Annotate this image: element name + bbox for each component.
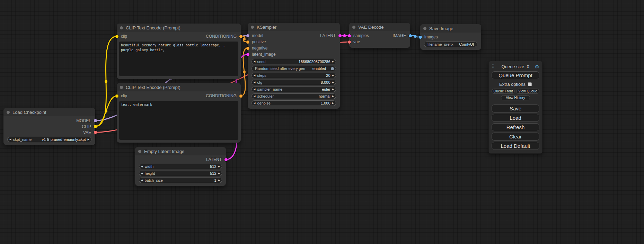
- node-title-bar[interactable]: VAE Decode: [349, 23, 410, 31]
- decrement-arrow-icon[interactable]: ◀: [139, 171, 144, 176]
- increment-arrow-icon[interactable]: ▶: [330, 59, 336, 64]
- decrement-arrow-icon[interactable]: ◀: [252, 73, 257, 78]
- widget-random-seed-toggle[interactable]: Random seed after every gen enabled: [252, 66, 336, 71]
- load-button[interactable]: Load: [492, 114, 539, 122]
- widget-scheduler[interactable]: ◀ scheduler normal ▶: [252, 93, 336, 99]
- input-port-samples[interactable]: [348, 34, 351, 37]
- decrement-arrow-icon[interactable]: ◀: [252, 94, 257, 99]
- view-history-button[interactable]: View History: [501, 95, 530, 100]
- collapse-dot-icon[interactable]: [352, 26, 355, 29]
- widget-seed[interactable]: ◀ seed 156680208700286 ▶: [252, 59, 336, 64]
- menu-header: ⠿ Queue size: 0 ⚙: [492, 63, 539, 70]
- collapse-dot-icon[interactable]: [120, 86, 123, 89]
- increment-arrow-icon[interactable]: ▶: [330, 101, 336, 106]
- decrement-arrow-icon[interactable]: ◀: [252, 101, 257, 106]
- output-label: LATENT: [320, 33, 336, 38]
- node-title-bar[interactable]: Save Image: [420, 24, 481, 33]
- node-title-bar[interactable]: CLIP Text Encode (Prompt): [117, 24, 241, 32]
- widget-label: steps: [257, 73, 266, 78]
- input-port-latent-image[interactable]: [246, 53, 249, 56]
- node-empty-latent-image[interactable]: Empty Latent Image LATENT ◀ width 512 ▶ …: [135, 147, 226, 186]
- input-port-clip[interactable]: [115, 35, 118, 38]
- widget-sampler-name[interactable]: ◀ sampler_name euler ▶: [252, 87, 336, 92]
- node-vae-decode[interactable]: VAE Decode samples IMAGE vae: [349, 23, 410, 48]
- node-title-bar[interactable]: KSampler: [248, 23, 340, 31]
- increment-arrow-icon[interactable]: ▶: [330, 73, 336, 78]
- widget-filename-prefix[interactable]: filename_prefix ComfyUI: [424, 42, 477, 47]
- output-port-vae[interactable]: [94, 131, 97, 134]
- decrement-arrow-icon[interactable]: ◀: [252, 59, 257, 64]
- node-title-bar[interactable]: CLIP Text Encode (Prompt): [117, 83, 241, 91]
- widget-value: 1.000: [321, 101, 330, 105]
- input-label: negative: [252, 46, 267, 51]
- input-port-negative[interactable]: [246, 47, 249, 50]
- increment-arrow-icon[interactable]: ▶: [217, 164, 222, 169]
- increment-arrow-icon[interactable]: ▶: [217, 171, 222, 176]
- node-clip-text-encode-negative[interactable]: CLIP Text Encode (Prompt) clip CONDITION…: [117, 83, 241, 143]
- increment-arrow-icon[interactable]: ▶: [330, 80, 336, 85]
- node-title-bar[interactable]: Empty Latent Image: [135, 147, 226, 155]
- widget-ckpt-name[interactable]: ◀ ckpt_name v1-5-pruned-emaonly.ckpt ▶: [7, 137, 91, 142]
- prompt-textarea[interactable]: text, watermark: [119, 101, 238, 140]
- output-port-latent[interactable]: [224, 158, 228, 161]
- collapse-dot-icon[interactable]: [251, 26, 254, 29]
- output-port-conditioning[interactable]: [239, 35, 242, 38]
- input-port-vae[interactable]: [348, 40, 351, 44]
- load-default-button[interactable]: Load Default: [492, 142, 539, 150]
- widget-cfg[interactable]: ◀ cfg 8.000 ▶: [252, 80, 336, 85]
- decrement-arrow-icon[interactable]: ◀: [139, 178, 144, 183]
- widget-height[interactable]: ◀ height 512 ▶: [139, 171, 222, 176]
- input-port-positive[interactable]: [246, 40, 249, 44]
- widget-width[interactable]: ◀ width 512 ▶: [139, 164, 222, 169]
- output-port-image[interactable]: [409, 34, 412, 37]
- prompt-textarea[interactable]: beautiful scenery nature glass bottle la…: [119, 42, 238, 76]
- toggle-dot-icon[interactable]: [331, 67, 334, 70]
- decrement-arrow-icon[interactable]: ◀: [139, 164, 144, 169]
- widget-steps[interactable]: ◀ steps 20 ▶: [252, 73, 336, 78]
- node-ksampler[interactable]: KSampler model LATENT positive negative …: [248, 23, 340, 109]
- input-port-model[interactable]: [246, 34, 249, 37]
- queue-front-button[interactable]: Queue Front: [492, 89, 515, 94]
- view-queue-button[interactable]: View Queue: [516, 89, 539, 94]
- increment-arrow-icon[interactable]: ▶: [86, 137, 91, 142]
- increment-arrow-icon[interactable]: ▶: [330, 94, 336, 99]
- node-clip-text-encode-positive[interactable]: CLIP Text Encode (Prompt) clip CONDITION…: [117, 24, 241, 79]
- node-load-checkpoint[interactable]: Load Checkpoint MODEL CLIP VAE ◀ ckpt_na…: [3, 108, 95, 145]
- input-port-clip[interactable]: [115, 94, 118, 98]
- clear-button[interactable]: Clear: [492, 133, 539, 141]
- output-port-conditioning[interactable]: [239, 94, 242, 98]
- settings-gear-icon[interactable]: ⚙: [535, 64, 539, 69]
- refresh-button[interactable]: Refresh: [492, 123, 539, 131]
- node-title-bar[interactable]: Load Checkpoint: [3, 108, 95, 116]
- node-title: Save Image: [429, 26, 453, 31]
- collapse-dot-icon[interactable]: [423, 27, 426, 30]
- decrement-arrow-icon[interactable]: ◀: [8, 137, 13, 142]
- increment-arrow-icon[interactable]: ▶: [217, 178, 222, 183]
- widget-value: normal: [319, 94, 330, 98]
- queue-prompt-button[interactable]: Queue Prompt: [492, 71, 539, 79]
- output-port-latent[interactable]: [338, 34, 342, 37]
- node-title: Load Checkpoint: [12, 110, 46, 115]
- output-port-clip[interactable]: [94, 125, 97, 128]
- save-button[interactable]: Save: [492, 105, 539, 112]
- output-port-model[interactable]: [94, 119, 97, 122]
- decrement-arrow-icon[interactable]: ◀: [252, 80, 257, 85]
- comfy-menu-panel: ⠿ Queue size: 0 ⚙ Queue Prompt Extra opt…: [488, 61, 542, 154]
- decrement-arrow-icon[interactable]: ◀: [252, 87, 257, 92]
- increment-arrow-icon[interactable]: ▶: [330, 87, 336, 92]
- extra-options-checkbox[interactable]: [528, 82, 532, 86]
- collapse-dot-icon[interactable]: [120, 26, 123, 29]
- widget-value: enabled: [312, 66, 326, 71]
- history-row: View History: [492, 95, 539, 100]
- widget-denoise[interactable]: ◀ denoise 1.000 ▶: [252, 100, 336, 106]
- input-port-images[interactable]: [419, 36, 422, 39]
- collapse-dot-icon[interactable]: [138, 150, 141, 153]
- drag-handle-icon[interactable]: ⠿: [492, 64, 495, 69]
- node-save-image[interactable]: Save Image images filename_prefix ComfyU…: [420, 24, 481, 50]
- node-graph-canvas[interactable]: Load Checkpoint MODEL CLIP VAE ◀ ckpt_na…: [0, 0, 644, 244]
- node-title: CLIP Text Encode (Prompt): [126, 85, 180, 90]
- slot-list: images: [420, 33, 481, 40]
- widget-batch-size[interactable]: ◀ batch_size 1 ▶: [139, 178, 222, 183]
- collapse-dot-icon[interactable]: [7, 111, 10, 114]
- slot-row: positive: [248, 39, 340, 45]
